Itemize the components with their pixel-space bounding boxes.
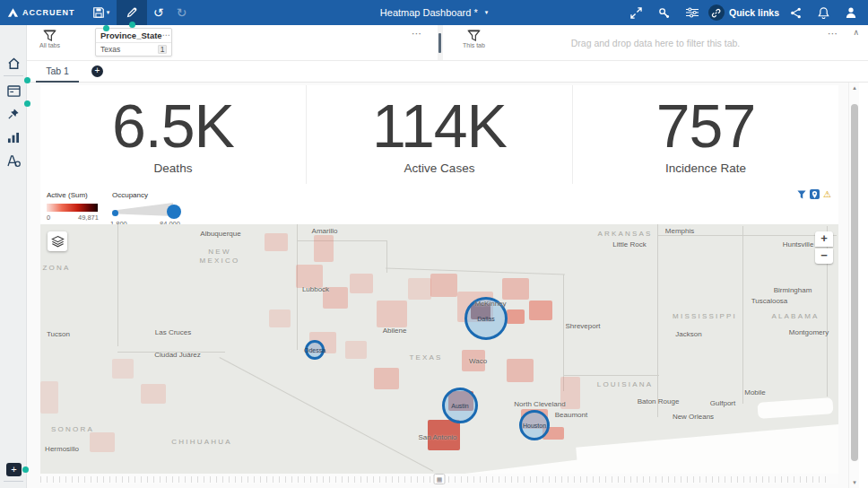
state-label: NEW [208, 248, 230, 256]
bubble-austin[interactable]: Austin [442, 388, 478, 423]
mississippi-river [657, 224, 658, 417]
chip-field-name: Province_State [100, 30, 162, 40]
bubble-odessa[interactable]: Odessa [305, 340, 325, 360]
add-tab-button[interactable]: + [91, 65, 103, 77]
sidebar-divider [4, 481, 23, 482]
occupancy-size-scale [112, 203, 173, 216]
dashboard-title: Heatmap Dashboard * [380, 7, 478, 18]
save-button[interactable]: ▾ [86, 0, 117, 25]
all-tabs-label: All tabs [39, 42, 60, 48]
zoom-in-button[interactable]: + [815, 231, 833, 247]
city-label: Shreveport [565, 322, 600, 330]
state-label: ARKANSAS [597, 230, 652, 238]
chip-indicator-dot [103, 25, 109, 31]
accruent-logo[interactable]: ACCRUENT [0, 7, 86, 18]
city-label: Amarillo [312, 227, 338, 235]
this-tab-filter-button[interactable]: This tab [463, 30, 485, 48]
bell-icon [818, 7, 829, 19]
edit-mode-button[interactable] [117, 0, 147, 25]
heat-patch [377, 301, 407, 327]
all-tabs-filter-button[interactable]: All tabs [39, 30, 60, 48]
sidebar-text-tool-button[interactable] [0, 149, 27, 172]
bubble-label: Dallas [477, 316, 494, 322]
city-label: New Orleans [673, 413, 714, 421]
heat-patch [507, 359, 534, 382]
widget-warning-icon[interactable]: ⚠ [823, 189, 831, 199]
chip-menu-icon[interactable]: ⋯ [162, 33, 170, 38]
tab-1[interactable]: Tab 1 [36, 61, 79, 83]
city-label: Ciudad Juárez [154, 351, 201, 359]
city-label: Jackson [675, 330, 701, 338]
dashboard-title-menu[interactable]: Heatmap Dashboard * ▾ [380, 7, 488, 18]
state-label: LOUISIANA [597, 380, 653, 388]
city-label: Baton Rouge [638, 397, 680, 405]
kpi-value: 114K [372, 95, 507, 156]
red-river-border [386, 268, 565, 275]
city-label: Beaumont [555, 411, 587, 419]
link-icon [711, 8, 721, 18]
city-label: Tuscaloosa [751, 297, 788, 305]
redo-button[interactable]: ↻ [170, 0, 194, 25]
kpi-deaths[interactable]: 6.5K Deaths [40, 85, 306, 184]
funnel-icon [467, 30, 481, 41]
heat-patch [350, 274, 373, 293]
share-button[interactable] [784, 0, 807, 25]
user-menu-button[interactable] [839, 0, 863, 25]
pencil-icon [126, 6, 138, 19]
sidebar-home-button[interactable] [0, 52, 27, 75]
rio-grande [220, 357, 434, 472]
add-widget-button[interactable]: + [6, 463, 22, 476]
zoom-out-button[interactable]: − [815, 248, 833, 264]
sidebar-widgets-button[interactable] [0, 79, 27, 102]
city-label: Montgomery [789, 328, 829, 336]
city-label: Birmingham [774, 286, 812, 294]
map-layers-button[interactable] [48, 231, 67, 251]
heat-patch [529, 301, 552, 320]
city-label: North Cleveland [514, 400, 565, 408]
kpi-label: Incidence Rate [665, 161, 746, 175]
splitter-handle [438, 33, 441, 53]
scroll-down-arrow[interactable]: ▾ [849, 479, 860, 486]
accruent-logo-icon [7, 7, 19, 18]
heat-patch [314, 235, 334, 262]
collapse-filter-bar-button[interactable]: ∧ [853, 30, 859, 35]
scroll-up-arrow[interactable]: ▴ [849, 84, 860, 92]
settings-button[interactable] [681, 0, 704, 25]
sidebar-charts-button[interactable] [0, 126, 27, 149]
scrollbar-thumb[interactable] [851, 104, 858, 461]
city-label: Memphis [665, 227, 694, 235]
map-canvas[interactable]: + − ZONANEWMEXICOTEXASARKANSASMISSISSIPP… [40, 224, 838, 474]
city-label: Mobile [744, 388, 766, 396]
save-icon [92, 6, 105, 19]
city-label: Huntsville [783, 240, 814, 248]
kpi-label: Active Cases [404, 161, 475, 175]
state-border [563, 375, 659, 376]
bubble-label: Austin [451, 403, 468, 409]
widget-filter-icon[interactable] [797, 190, 806, 199]
occupancy-legend-label: Occupancy [112, 191, 148, 199]
city-label: Lubbock [302, 285, 329, 293]
city-label: Abilene [383, 327, 407, 335]
this-tab-pane-menu-button[interactable]: ⋯ [828, 30, 838, 37]
map-zoom-controls: + − [815, 231, 833, 264]
funnel-icon [43, 30, 56, 41]
widget-location-icon[interactable] [810, 189, 820, 199]
all-tabs-pane-menu-button[interactable]: ⋯ [412, 30, 421, 37]
bubble-houston[interactable]: Houston [519, 410, 550, 440]
connections-button[interactable] [653, 0, 676, 25]
vertical-scrollbar[interactable]: ▴ ▾ [848, 83, 859, 488]
user-icon [845, 6, 857, 19]
label-icon [7, 155, 21, 167]
kpi-active-cases[interactable]: 114K Active Cases [306, 85, 572, 184]
time-slider[interactable]: ▦ [40, 474, 838, 484]
calendar-button[interactable]: ▦ [434, 474, 446, 484]
filter-chip-province-state[interactable]: Province_State ⋯ Texas 1 [95, 28, 172, 57]
heat-patch [269, 309, 291, 327]
kpi-incidence-rate[interactable]: 757 Incidence Rate [572, 85, 838, 184]
undo-button[interactable]: ↺ [147, 0, 170, 25]
quick-links-label: Quick links [729, 7, 779, 18]
notifications-button[interactable] [812, 0, 835, 25]
quick-links-button[interactable]: Quick links [708, 4, 779, 21]
sidebar-pin-button[interactable] [0, 102, 27, 126]
fullscreen-button[interactable] [625, 0, 648, 25]
